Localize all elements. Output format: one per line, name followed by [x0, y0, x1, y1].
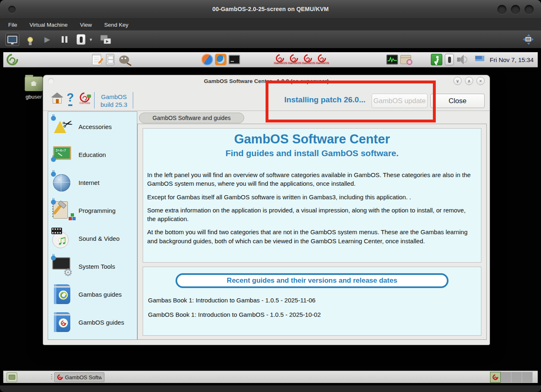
sidebar-item-programming[interactable]: Programming [48, 196, 137, 224]
chevron-down-icon: ∨ [456, 79, 459, 83]
shutdown-vm-button[interactable] [74, 33, 88, 46]
question-mark-icon: ? [67, 91, 74, 106]
desktop-taskbar: GambOS Software Ce… [3, 371, 538, 383]
close-icon: × [479, 79, 482, 83]
gambos-task-icon [56, 373, 64, 381]
sidebar-item-system-tools[interactable]: ⚙ System Tools [48, 252, 137, 280]
console-view-button[interactable] [5, 33, 19, 46]
recent-guide-item: Gambas Book 1: Introduction to Gambas - … [148, 297, 481, 304]
app-menu-swirl-icon [4, 51, 20, 67]
gambas-guides-book-icon [51, 283, 74, 306]
resize-to-vm-button[interactable] [521, 33, 535, 46]
menu-virtual-machine[interactable]: Virtual Machine [30, 22, 68, 28]
gambos-launcher-1[interactable]: GambOS [274, 54, 286, 65]
tab-gambos-software-and-guides[interactable]: GambOS Software and guides [139, 113, 244, 123]
pause-vm-button[interactable] [58, 33, 72, 46]
app-shade-button[interactable]: ∨ [453, 77, 462, 85]
system-monitor-launcher[interactable] [386, 55, 398, 65]
workspace-window-icon [491, 373, 499, 381]
sidebar-item-gambas-guides[interactable]: Gambas guides [48, 280, 137, 308]
help-button[interactable]: ? [67, 92, 74, 106]
shutdown-menu-button[interactable]: ▼ [87, 33, 95, 46]
volume-button[interactable] [457, 54, 469, 65]
vm-close-button[interactable] [525, 5, 534, 14]
applications-menu-button[interactable] [7, 54, 18, 65]
sidebar-item-gambos-guides[interactable]: GambOS guides [48, 308, 137, 336]
run-vm-button[interactable]: ▶ [40, 33, 54, 46]
intro-paragraph: In the left panel you will find an overv… [147, 171, 475, 188]
package-installer-launcher[interactable] [400, 55, 411, 64]
speaker-icon [457, 54, 469, 65]
gambos-guides-book-icon [51, 311, 74, 334]
vm-window-title: 00-GambOS-2.0-25-screen on QEMU/KVM [0, 6, 541, 12]
sidebar-item-education[interactable]: 3+4=7 Education [48, 141, 137, 168]
gambos-launcher-4[interactable]: GambOS [316, 54, 328, 65]
show-desktop-button[interactable] [7, 372, 17, 382]
gambas-mascot-icon [215, 54, 227, 65]
app-close-button[interactable]: × [476, 77, 485, 85]
displays-icon: ▶ [100, 35, 111, 44]
desktop-folder-icon [9, 375, 15, 380]
pause-icon [62, 36, 67, 43]
package-installer-icon [400, 55, 411, 64]
play-icon: ▶ [44, 36, 50, 43]
terminal-launcher[interactable] [229, 55, 240, 65]
workspace-1[interactable] [490, 372, 501, 383]
system-tools-icon: ⚙ [51, 255, 74, 278]
menu-file[interactable]: File [8, 22, 17, 28]
display-settings-button[interactable] [474, 54, 487, 65]
vm-details-button[interactable] [23, 33, 37, 46]
home-folder-icon [25, 76, 43, 91]
recent-guides-panel: Recent guides and their versions and rel… [143, 267, 481, 336]
sidebar-item-sound-video[interactable]: ♫ Sound & Video [48, 224, 137, 252]
desktop-panel: GambOS GambOS GambOS GambOS [3, 52, 538, 67]
caret-down-icon: ▼ [89, 37, 93, 42]
switch-icon [445, 54, 454, 65]
intro-paragraph: At the bottom you will find two categori… [147, 228, 475, 245]
app-maximize-button[interactable]: ∧ [465, 77, 473, 85]
browser-launcher[interactable] [201, 54, 213, 65]
gimp-launcher[interactable] [119, 55, 129, 64]
file-manager-launcher[interactable] [106, 54, 114, 65]
gambos-launcher-2[interactable]: GambOS [288, 54, 300, 65]
sidebar-item-accessories[interactable]: ✂ Accessories [48, 113, 137, 141]
toolbar-divider [133, 92, 133, 108]
page-title: GambOS Software Center [143, 132, 481, 147]
power-icon [76, 34, 86, 45]
gambos-launcher-3[interactable]: GambOS [302, 54, 314, 65]
sidebar-item-internet[interactable]: Internet [48, 168, 137, 196]
logout-button[interactable] [431, 54, 442, 65]
close-button[interactable]: Close [430, 94, 485, 108]
home-icon [51, 93, 63, 104]
panel-clock[interactable]: Fri Nov 7, 15:34 [490, 56, 534, 63]
gambas-mascot-launcher[interactable] [215, 54, 227, 65]
file-cabinet-icon [106, 54, 114, 65]
vm-menubar: File Virtual Machine View Send Key [0, 19, 541, 30]
workspace-2[interactable] [501, 372, 511, 383]
gimp-icon [119, 55, 129, 64]
vm-minimize-button[interactable] [497, 5, 506, 14]
lock-switch-button[interactable] [445, 54, 454, 65]
screenshot-displays-button[interactable]: ▶ [99, 33, 113, 46]
intro-paragraph: Some extra information on the applicatio… [147, 206, 475, 224]
taskbar-drag-handle[interactable] [51, 374, 52, 380]
display-monitor-icon [474, 54, 487, 65]
resize-vm-icon [523, 34, 534, 45]
menu-view[interactable]: View [80, 22, 92, 28]
sound-video-icon: ♫ [51, 227, 74, 250]
menu-send-key[interactable]: Send Key [104, 22, 129, 28]
workspace-4[interactable] [522, 372, 533, 383]
recent-guides-header: Recent guides and their versions and rel… [176, 273, 449, 288]
category-sidebar: ✂ Accessories 3+4=7 Education Internet [48, 111, 137, 340]
toolbar-divider [94, 92, 95, 108]
workspace-3[interactable] [511, 372, 522, 383]
home-button[interactable] [51, 93, 63, 104]
vm-window-frame [0, 385, 541, 392]
system-monitor-icon [386, 55, 398, 65]
vm-maximize-button[interactable] [511, 5, 520, 14]
gambas-update-source-button[interactable]: Gambas [79, 92, 90, 104]
education-icon: 3+4=7 [51, 143, 74, 166]
notes-launcher[interactable] [92, 54, 101, 65]
notes-icon [92, 54, 101, 65]
taskbar-task-software-center[interactable]: GambOS Software Ce… [54, 372, 104, 382]
